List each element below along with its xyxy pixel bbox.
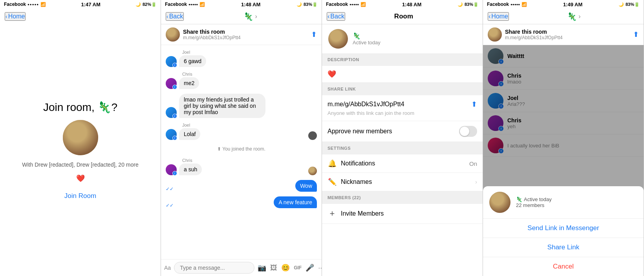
home-back-button[interactable]: ‹ Home (5, 12, 26, 21)
with-participants: With Drew [redacted], Drew [redacted], 2… (22, 162, 138, 168)
bubble-sent-wow: Wow (295, 180, 317, 192)
aa-button[interactable]: Aa (164, 265, 171, 271)
camera-icon[interactable]: 📷 (258, 263, 266, 272)
avatar-joel2: f (166, 107, 177, 118)
nav-bar-4: ‹ Home 🦎 › (483, 9, 644, 24)
nav-chevron-4[interactable]: › (578, 13, 580, 20)
time-3: 1:48 AM (402, 2, 421, 7)
battery-4: 83%🔋 (626, 2, 640, 7)
home-back-label-4: Home (491, 13, 508, 20)
send-link-messenger-button[interactable]: Send Link in Messenger (483, 219, 644, 238)
approve-toggle[interactable] (459, 126, 477, 137)
nicknames-row[interactable]: ✏️ Nicknames › (322, 173, 483, 191)
cancel-button[interactable]: Cancel (483, 257, 644, 276)
chevron-left-icon: ‹ (5, 13, 7, 20)
action-sheet: 🦎 Active today 22 members Send Link in M… (483, 186, 644, 276)
gif-button[interactable]: GIF (294, 265, 302, 271)
bubble-chris1: me2 (179, 77, 199, 89)
avatar-chris1: f (166, 78, 177, 89)
room-nav-title: Room (345, 13, 462, 20)
signal-4: ●●●●● (510, 3, 520, 6)
share-text: Share this room m.me/g/AbbDkS1vJfOpPtt4 (183, 29, 241, 40)
settings-section-label: SETTINGS (322, 142, 483, 154)
status-bar-3: Facebook ●●●●● 📶 1:48 AM 🌙 83%🔋 (322, 0, 483, 9)
msg-row-joel3: f Lolaf (166, 128, 317, 140)
image-icon[interactable]: 🖼 (270, 264, 277, 272)
fb-badge-j3: f (172, 136, 177, 140)
read-checkmark-feature: ✓✓ (166, 203, 174, 208)
moon-icon-3: 🌙 (457, 2, 463, 7)
join-room-button[interactable]: Join Room (64, 192, 96, 200)
msg-group-sent1: Wow ✓✓ (166, 180, 317, 192)
screen-join-room: Facebook ●●●●● 📶 1:47 AM 🌙 82%🔋 ‹ Home J… (0, 0, 161, 276)
screen-room-info: Facebook ●●●●● 📶 1:48 AM 🌙 83%🔋 ‹ Back R… (322, 0, 483, 276)
approve-new-members-row[interactable]: Approve new members (322, 121, 483, 142)
nicknames-chevron: › (475, 179, 477, 185)
nicknames-label: Nicknames (341, 178, 471, 185)
bell-icon: 🔔 (327, 159, 337, 168)
chevron-icon-2: ‹ (166, 13, 168, 20)
wifi-icon-2: 📶 (199, 2, 205, 7)
share-avatar (166, 27, 180, 42)
toolbar-icons: 📷 🖼 😊 GIF 🎤 ··· 👍 (258, 263, 322, 272)
action-sheet-card: 🦎 Active today 22 members (483, 186, 644, 219)
fb-badge-j2: f (172, 114, 177, 118)
share-link-text[interactable]: m.me/g/AbbDkS1vJfOpPtt4 (327, 101, 404, 108)
signal-2: ●●●●● (188, 3, 198, 6)
invite-members-row[interactable]: + Invite Members (322, 204, 483, 224)
read-checkmark-wow: ✓✓ (166, 186, 174, 192)
as-status: 🦎 Active today (516, 196, 552, 202)
back-button-3[interactable]: ‹ Back (327, 12, 345, 21)
chat-input-bar: Aa 📷 🖼 😊 GIF 🎤 ··· 👍 (161, 259, 322, 276)
battery-1: 82%🔋 (143, 2, 157, 7)
join-room-content: Join room, 🦎? With Drew [redacted], Drew… (0, 24, 161, 276)
system-message-joined: ⬆ You joined the room. (166, 146, 317, 152)
share-upload-icon[interactable]: ⬆ (311, 30, 317, 39)
share-link-hint: Anyone with this link can join the room (327, 110, 477, 116)
msg-sender-chris1: Chris (182, 72, 317, 76)
as-status-text: Active today (524, 196, 552, 202)
signal-3: ●●●●● (349, 3, 359, 6)
more-icon[interactable]: ··· (318, 264, 322, 272)
msg-sender-joel1: Joel (182, 50, 317, 54)
wifi-icon-4: 📶 (521, 2, 527, 7)
back-button-2[interactable]: ‹ Back (166, 12, 184, 21)
room-active-status: Active today (353, 40, 381, 45)
heart-decoration: ❤️ (76, 174, 85, 183)
avatar-joel3: f (166, 129, 177, 140)
share-link: m.me/g/AbbDkS1vJfOpPtt4 (183, 35, 241, 40)
home-back-button-4[interactable]: ‹ Home (488, 12, 509, 21)
bubble-joel2: lmao my friends just trolled a girl by u… (179, 94, 265, 118)
time-4: 1:49 AM (563, 2, 582, 7)
message-input[interactable] (174, 262, 254, 274)
share-link-4: m.me/g/AbbDkS1vJfOpPtt4 (505, 35, 563, 40)
share-link-upload-icon[interactable]: ⬆ (471, 100, 477, 109)
wifi-icon-3: 📶 (360, 2, 366, 7)
msg-group-joel1: Joel f 6 gawd (166, 50, 317, 67)
members-section-label: MEMBERS (22) (322, 191, 483, 204)
share-link-section: m.me/g/AbbDkS1vJfOpPtt4 ⬆ Anyone with th… (322, 95, 483, 121)
moon-icon-4: 🌙 (618, 2, 624, 7)
bubble-joel3: Lolaf (179, 128, 200, 140)
chevron-icon-4: ‹ (488, 13, 490, 20)
share-info-4: Share this room m.me/g/AbbDkS1vJfOpPtt4 (488, 27, 563, 42)
app-name-1: Facebook (4, 2, 26, 7)
screen-action-sheet: Facebook ●●●●● 📶 1:49 AM 🌙 83%🔋 ‹ Home 🦎… (483, 0, 644, 276)
share-upload-icon-4[interactable]: ⬆ (633, 30, 639, 39)
mic-icon[interactable]: 🎤 (306, 263, 314, 272)
nav-chevron-2[interactable]: › (255, 13, 257, 20)
wifi-icon-1: 📶 (40, 2, 46, 7)
room-avatar-image (63, 120, 98, 155)
bubble-sent-feature: A new feature (274, 196, 317, 208)
msg-row-sent2: A new feature ✓✓ (166, 196, 317, 208)
share-room-banner-4: Share this room m.me/g/AbbDkS1vJfOpPtt4 … (483, 24, 644, 45)
nav-bar-2: ‹ Back 🦎 › (161, 9, 322, 24)
heart-row: ❤️ (322, 66, 483, 83)
msg-row-joel1: f 6 gawd (166, 55, 317, 67)
msg-sender-joel3: Joel (182, 123, 317, 127)
share-link-button[interactable]: Share Link (483, 238, 644, 257)
chat-area[interactable]: Joel f 6 gawd Chris f me2 f (161, 45, 322, 259)
emoji-icon[interactable]: 😊 (281, 263, 290, 272)
notifications-row[interactable]: 🔔 Notifications On (322, 154, 483, 173)
msg-group-chris1: Chris f me2 (166, 72, 317, 89)
